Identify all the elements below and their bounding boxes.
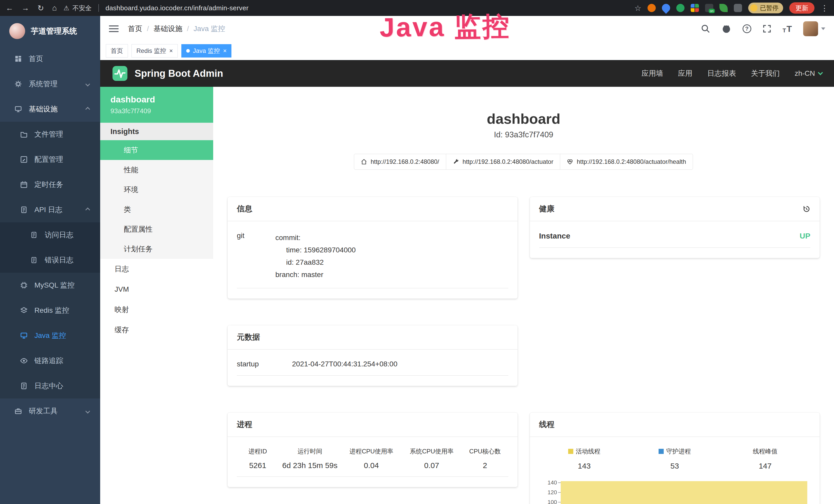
browser-menu-icon[interactable]: ⋮ [821,4,828,13]
app-logo-row[interactable]: 芋道管理系统 [0,16,100,46]
history-icon[interactable] [803,205,810,213]
briefcase-icon [14,407,23,415]
extension-green-icon[interactable] [676,4,684,12]
service-url-button[interactable]: http://192.168.0.2:48080/ [354,154,446,170]
info-card: 信息 git commit: time: 1596289704000 id: 2… [227,197,518,299]
breadcrumb: 首页 / 基础设施 / Java 监控 [128,24,225,33]
sba-logo-icon[interactable] [112,66,128,82]
sba-menu-mappings[interactable]: 映射 [100,299,213,320]
sidebar-item-scheduled-tasks[interactable]: 定时任务 [0,172,100,197]
forward-icon[interactable]: → [22,4,29,12]
caret-down-icon [821,27,825,30]
folder-icon [20,131,29,138]
sidebar-item-access-logs[interactable]: 访问日志 [0,222,100,248]
reload-icon[interactable]: ↻ [38,4,44,13]
extension-orange-icon[interactable] [648,4,656,12]
eye-icon [20,357,29,365]
sidebar-item-log-center[interactable]: 日志中心 [0,373,100,398]
user-menu[interactable] [803,21,825,36]
threads-card: 线程 活动线程 143 守护进程 53 线 [530,413,820,504]
sba-menu-config-props[interactable]: 配置属性 [100,219,213,239]
address-bar[interactable]: dashboard.yudao.iocoder.cn/infra/admin-s… [106,4,628,12]
sba-menu-details[interactable]: 细节 [100,140,213,160]
browser-toolbar: ← → ↻ ⌂ ⚠ 不安全 dashboard.yudao.iocoder.cn… [0,0,834,16]
fullscreen-icon[interactable] [763,24,771,33]
tab-close-icon[interactable]: × [169,48,173,54]
sba-locale-select[interactable]: zh-CN [795,69,822,77]
github-icon[interactable] [722,24,731,33]
sba-brand-title[interactable]: Spring Boot Admin [135,68,223,79]
tab-redis-monitor[interactable]: Redis 监控 × [132,44,178,58]
instance-id-line: Id: 93a3fc7f7409 [213,130,834,139]
sidebar-item-file-management[interactable]: 文件管理 [0,122,100,147]
paused-badge[interactable]: 已暂停 [748,3,783,13]
health-status-badge: UP [799,232,810,240]
sidebar-item-dev-tools[interactable]: 研发工具 [0,398,100,423]
divider [98,4,99,12]
sidebar-item-system[interactable]: 系统管理 [0,71,100,96]
sba-menu-logs[interactable]: 日志 [100,259,213,279]
sba-instance-box[interactable]: dashboard 93a3fc7f7409 [100,87,213,123]
sidebar-item-label: 文件管理 [35,130,63,139]
sidebar-item-infrastructure[interactable]: 基础设施 [0,96,100,122]
sidebar-item-redis-monitor[interactable]: Redis 监控 [0,298,100,323]
sidebar-item-tracing[interactable]: 链路追踪 [0,348,100,373]
app-sidebar: 芋道管理系统 首页 系统管理 基础设施 文件管理 配置管理 定时任务 API 日… [0,16,100,504]
sba-menu-jvm[interactable]: JVM [100,279,213,299]
sba-nav-about[interactable]: 关于我们 [751,69,780,78]
sba-nav-wallboard[interactable]: 应用墙 [642,69,663,78]
threads-legend: 活动线程 143 守护进程 53 线程峰值 147 [539,447,811,471]
tab-close-icon[interactable]: × [223,48,226,54]
sidebar-item-label: 配置管理 [35,155,63,164]
font-size-icon[interactable]: TT [783,24,792,34]
sba-menu-environment[interactable]: 环境 [100,180,213,200]
sba-menu-caches[interactable]: 缓存 [100,320,213,340]
sidebar-item-label: 研发工具 [29,406,58,416]
hamburger-icon[interactable] [109,25,119,32]
sidebar-item-label: 访问日志 [45,230,73,240]
extension-switch-icon[interactable]: on [705,4,713,12]
health-card-title: 健康 [539,204,554,214]
instance-name: dashboard [110,94,203,105]
sidebar-item-api-logs[interactable]: API 日志 [0,197,100,222]
tags-view-bar: 首页 Redis 监控 × Java 监控 × [100,42,834,60]
sba-menu-scheduled-tasks[interactable]: 计划任务 [100,239,213,259]
document-icon [20,206,29,214]
health-url-button[interactable]: http://192.168.0.2:48080/actuator/health [560,154,693,170]
extension-leaf-icon[interactable] [720,4,728,12]
bookmark-star-icon[interactable]: ☆ [634,4,641,13]
page-header: 首页 / 基础设施 / Java 监控 ? TT [100,16,834,42]
daemon-threads-value: 53 [630,462,720,471]
help-icon[interactable]: ? [743,24,751,33]
tab-home[interactable]: 首页 [106,44,128,58]
actuator-url-button[interactable]: http://192.168.0.2:48080/actuator [446,154,561,170]
sidebar-item-config-management[interactable]: 配置管理 [0,147,100,172]
sidebar-item-home[interactable]: 首页 [0,46,100,71]
extension-drop-icon[interactable] [660,2,672,14]
tab-label: 首页 [111,47,123,55]
home-icon[interactable]: ⌂ [52,4,57,12]
extensions-puzzle-icon[interactable] [734,4,742,12]
search-icon[interactable] [701,24,710,33]
back-icon[interactable]: ← [6,4,13,12]
sidebar-item-label: 链路追踪 [35,356,63,366]
sidebar-item-mysql-monitor[interactable]: MySQL 监控 [0,273,100,298]
calendar-icon [20,181,29,188]
sidebar-item-java-monitor[interactable]: Java 监控 [0,323,100,348]
sba-menu-performance[interactable]: 性能 [100,160,213,180]
breadcrumb-infrastructure[interactable]: 基础设施 [154,24,182,33]
sba-nav-journal[interactable]: 日志报表 [707,69,736,78]
sidebar-item-label: API 日志 [35,205,62,215]
breadcrumb-home[interactable]: 首页 [128,24,142,33]
chart-y-axis: 140 120 100 [539,480,561,504]
security-label[interactable]: 不安全 [72,4,92,12]
update-button[interactable]: 更新 [789,2,814,14]
extension-grid-icon[interactable] [691,4,699,12]
sba-menu-classes[interactable]: 类 [100,200,213,219]
sba-nav-applications[interactable]: 应用 [678,69,693,78]
security-warning-icon[interactable]: ⚠ [63,4,69,12]
sidebar-item-error-logs[interactable]: 错误日志 [0,248,100,273]
app-title: 芋道管理系统 [31,26,77,37]
tab-java-monitor[interactable]: Java 监控 × [181,44,232,58]
process-card: 进程 进程ID5261 运行时间6d 23h 15m 59s 进程CPU使用率0… [227,413,518,487]
